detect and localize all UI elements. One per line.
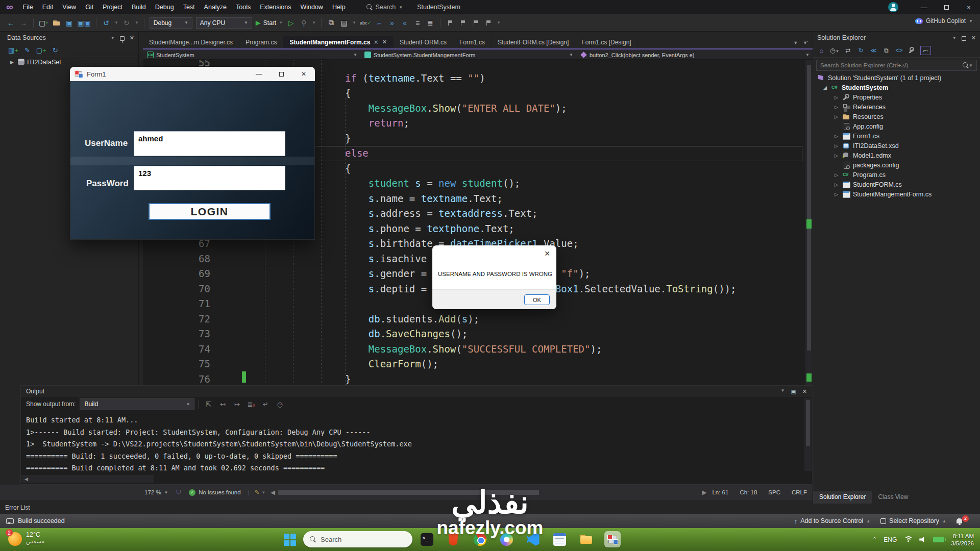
wifi-icon[interactable] [903,536,913,543]
taskbar-app-vs-form[interactable] [604,531,621,547]
health-indicator-icon[interactable]: ⛉ [177,489,181,496]
navigate-back-icon[interactable]: ← [6,18,15,28]
tree-item-studentform-cs[interactable]: ▷StudentFORM.cs [813,180,980,189]
document-list-icon[interactable]: ▼ [793,40,798,45]
form1-minimize-button[interactable]: — [248,67,270,81]
line-structure-icon[interactable]: ⌐ [375,18,384,28]
breadcrumb-type[interactable]: StudentSystem.StudentMangementForm ▼ [360,51,576,59]
output-log[interactable]: Build started at 8:11 AM...1>------ Buil… [21,414,804,482]
configuration-dropdown[interactable]: Debug▼ [150,17,192,29]
expander-icon[interactable]: ▷ [835,143,840,148]
error-list-bar[interactable]: Error List [0,502,813,514]
close-panel-icon[interactable]: ✕ [802,388,807,395]
dialog-ok-button[interactable]: OK [524,294,550,305]
spell-check-icon[interactable]: abc✓ [360,18,371,28]
bookmark-icon[interactable] [446,18,455,28]
tab-close-icon[interactable]: ✕ [382,39,387,45]
taskbar-app-notepad[interactable] [551,531,568,547]
expander-icon[interactable]: ▷ [835,182,840,187]
float-tabs-icon[interactable]: ▼̄ [803,40,807,45]
add-to-source-control-button[interactable]: ↑ Add to Source Control ▲ [794,517,870,525]
login-button[interactable]: LOGIN [149,203,271,220]
scroll-left-icon[interactable]: ◀ [271,489,275,496]
tree-item-program-cs[interactable]: ▷Program.cs [813,170,980,180]
pin-icon[interactable] [962,36,966,41]
properties-icon[interactable]: ⧉ [882,47,890,54]
menu-tools[interactable]: Tools [231,1,255,14]
document-tab-5[interactable]: StudentFORM.cs [Design] [492,36,575,48]
open-file-icon[interactable] [52,18,61,28]
battery-icon[interactable] [933,537,944,542]
timestamp-icon[interactable]: ◷ [275,400,285,408]
output-horizontal-scrollbar[interactable]: ◀ [21,475,154,483]
menu-analyze[interactable]: Analyze [200,1,231,14]
tree-item-packages-config[interactable]: packages.config [813,160,980,170]
menu-test[interactable]: Test [179,1,200,14]
panel-menu-icon[interactable]: ▼ [780,388,785,395]
zoom-control[interactable]: 172 % ▼ [144,489,168,495]
tree-item-model1-edmx[interactable]: ▷Model1.edmx [813,151,980,160]
expander-icon[interactable]: ▷ [835,172,840,178]
output-source-dropdown[interactable]: Build ▼ [80,398,194,410]
attach-process-icon[interactable]: ⚲ [299,18,308,28]
menu-window[interactable]: Window [296,1,327,14]
expander-icon[interactable]: ◢ [823,85,828,90]
taskbar-app-vscode[interactable] [525,531,541,547]
menu-git[interactable]: Git [81,1,98,14]
clock[interactable]: 8:11 AM 3/5/2026 [951,533,974,547]
speaker-icon[interactable] [919,537,926,543]
expander-icon[interactable]: ▷ [835,95,840,100]
expander-icon[interactable]: ▷ [835,114,840,119]
taskbar-app-copilot[interactable] [498,531,514,547]
hidden-icons-button[interactable]: ⌃ [872,536,877,543]
start-without-debugging-icon[interactable]: ▷ [286,18,296,28]
tree-item-references[interactable]: ▷References [813,102,980,112]
breadcrumb-member[interactable]: button2_Click(object sender, EventArgs e… [576,51,813,59]
menu-extensions[interactable]: Extensions [255,1,296,14]
weather-widget[interactable]: 2 12°C مشمس [8,530,44,546]
menu-help[interactable]: Help [328,1,350,14]
language-indicator[interactable]: ENG [884,536,897,543]
view-code-icon[interactable]: <> [895,47,903,54]
taskbar-app-brave[interactable] [445,531,461,547]
notifications-button[interactable]: 2 [957,518,972,524]
collapse-all-icon[interactable]: ≪ [869,47,877,54]
tab-class-view[interactable]: Class View [872,491,914,504]
expander-icon[interactable]: ▷ [835,192,840,197]
tree-item-form1-cs[interactable]: ▷Form1.cs [813,131,980,141]
tab-pin-icon[interactable]: ⊹ [372,38,380,46]
pending-changes-filter-icon[interactable]: ◷▼ [830,47,839,54]
menu-project[interactable]: Project [98,1,127,14]
close-panel-icon[interactable]: ✕ [130,35,134,41]
find-in-files-icon[interactable]: ⧉ [327,18,336,28]
solution-search-box[interactable]: Search Solution Explorer (Ctrl+ك) ▼ [816,60,977,71]
maximize-button[interactable] [935,0,958,14]
breadcrumb-project[interactable]: C# StudentSystem ▼ [143,51,360,59]
tab-solution-explorer[interactable]: Solution Explorer [813,491,872,504]
refresh-icon[interactable]: ↻ [53,46,58,54]
menu-edit[interactable]: Edit [38,1,58,14]
menu-build[interactable]: Build [127,1,151,14]
add-data-source-icon[interactable]: ▥+ [8,46,18,54]
watch-window-icon[interactable]: ▤ [339,18,349,28]
minimize-button[interactable]: — [913,0,935,14]
editor-vertical-scrollbar[interactable] [805,60,813,385]
properties-wrench-icon[interactable] [908,46,916,55]
edit-dataset-icon[interactable]: ✎ [24,46,30,54]
save-all-icon[interactable]: ▣▣ [78,18,91,28]
document-tab-4[interactable]: Form1.cs [453,36,492,48]
document-tab-6[interactable]: Form1.cs [Design] [575,36,638,48]
undo-icon[interactable]: ↺ [102,18,111,28]
github-copilot-button[interactable]: GitHub Copilot ▼ [915,17,973,24]
next-bookmark-icon[interactable] [471,18,480,28]
add-new-icon[interactable]: ▢+ [36,46,46,54]
username-field[interactable]: ahmed [134,131,285,156]
document-tab-2[interactable]: StudentMangementForm.cs⊹✕ [283,36,393,48]
document-tab-3[interactable]: StudentFORM.cs [394,36,453,48]
parameter-info-icon[interactable]: ≣ [426,18,435,28]
tree-item-app-config[interactable]: App.config [813,121,980,131]
panel-menu-icon[interactable]: ▼ [111,36,115,40]
select-repository-button[interactable]: Select Repository ▲ [880,517,946,524]
preview-selected-toggle[interactable]: ⌐· [920,46,931,55]
indent-mode-indicator[interactable]: SPC [763,489,786,495]
